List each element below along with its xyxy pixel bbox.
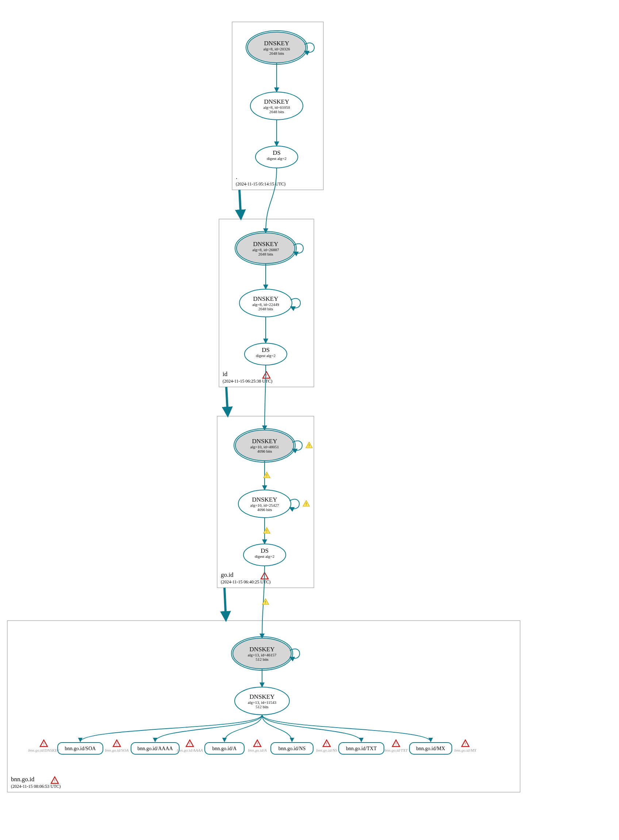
rrset-label: bnn.go.id/MX [416, 746, 445, 751]
node-id_zsk: DNSKEYalg=8, id=224492048 bits [239, 289, 301, 317]
node-detail-1: alg=10, id=25427 [250, 503, 279, 508]
error-icon: ! [462, 740, 469, 747]
error-icon: ! [113, 740, 120, 747]
node-bnn_ksk: DNSKEYalg=13, id=46157512 bits [232, 637, 300, 670]
node-detail-1: alg=8, id=61050 [263, 105, 290, 109]
edge [266, 168, 277, 233]
node-type-label: DNSKEY [264, 98, 289, 105]
node-detail-1: alg=8, id=26887 [253, 247, 279, 252]
node-detail-2: 2048 bits [259, 307, 274, 311]
node-root_zsk: DNSKEYalg=8, id=610502048 bits [250, 92, 303, 120]
error-icon: ! [392, 740, 400, 747]
rrset-label: bnn.go.id/AAAA [137, 746, 173, 751]
rrsig-edge [80, 715, 262, 742]
dnssec-chain-diagram: .(2024-11-15 05:14:15 UTC)id(2024-11-15 … [0, 0, 619, 840]
node-detail-1: digest alg=2 [267, 156, 287, 161]
svg-text:!: ! [266, 373, 267, 378]
zone-timestamp: (2024-11-15 08:06:53 UTC) [11, 784, 61, 789]
node-type-label: DNSKEY [250, 646, 275, 653]
ghost-g_soa: !bnn.go.id/SOA [105, 740, 129, 752]
ghost-g_aaaa: !bnn.go.id/AAAA [176, 740, 203, 752]
svg-text:!: ! [326, 742, 327, 746]
node-id_ds: DSdigest alg=2 [245, 343, 287, 365]
error-icon: ! [40, 740, 48, 747]
svg-text:!: ! [189, 742, 190, 746]
zone-delegation-arrow [226, 387, 228, 415]
warning-icon: ! [303, 500, 310, 506]
zone-timestamp: (2024-11-15 06:40:25 UTC) [221, 579, 271, 584]
svg-text:!: ! [257, 742, 258, 746]
node-type-label: DNSKEY [252, 496, 277, 503]
svg-text:!: ! [265, 600, 266, 605]
node-id_ksk: DNSKEYalg=8, id=268872048 bits [235, 231, 303, 265]
svg-text:!: ! [305, 502, 307, 506]
rrset-rr_aaaa: bnn.go.id/AAAA [131, 743, 179, 754]
svg-text:!: ! [266, 473, 267, 478]
zone-delegation-arrow [224, 588, 226, 620]
node-type-label: DNSKEY [253, 241, 278, 247]
node-detail-2: 4096 bits [257, 449, 272, 454]
node-type-label: DS [262, 346, 270, 353]
node-detail-1: alg=10, id=48051 [250, 445, 279, 449]
rrsig-edge [262, 715, 431, 742]
rrset-rr_soa: bnn.go.id/SOA [58, 743, 103, 754]
rrset-label: bnn.go.id/NS [278, 746, 306, 751]
node-detail-2: 2048 bits [259, 252, 274, 256]
rrset-rr_txt: bnn.go.id/TXT [339, 743, 384, 754]
ghost-g_dnskey: !bnn.go.id/DNSKEY [28, 740, 60, 752]
svg-text:!: ! [43, 742, 44, 746]
rrset-rr_a: bnn.go.id/A [205, 743, 244, 754]
node-detail-1: digest alg=2 [256, 353, 275, 358]
node-detail-2: 2048 bits [269, 109, 284, 114]
svg-text:!: ! [308, 443, 310, 448]
error-icon: ! [323, 740, 330, 747]
rrset-label: bnn.go.id/SOA [65, 746, 96, 751]
node-type-label: DS [260, 547, 269, 554]
warning-icon: ! [306, 442, 312, 448]
svg-text:!: ! [465, 742, 466, 746]
node-detail-1: digest alg=2 [255, 554, 274, 559]
node-bnn_zsk: DNSKEYalg=13, id=11543512 bits [235, 687, 289, 715]
node-detail-2: 512 bits [256, 657, 268, 662]
rrset-label: bnn.go.id/TXT [346, 746, 377, 751]
rrset-label: bnn.go.id/A [212, 746, 237, 751]
node-detail-2: 2048 bits [269, 51, 284, 55]
ghost-rrset-label: bnn.go.id/MX [455, 748, 477, 752]
node-detail-1: alg=13, id=46157 [248, 653, 277, 657]
zone-delegation-arrow [239, 190, 241, 218]
ghost-rrset-label: bnn.go.id/DNSKEY [28, 748, 60, 752]
zone-label: . [236, 174, 237, 180]
ghost-rrset-label: bnn.go.id/TXT [384, 748, 408, 752]
ghost-rrset-label: bnn.go.id/AAAA [176, 748, 203, 752]
ghost-rrset-label: bnn.go.id/A [248, 748, 267, 752]
svg-text:!: ! [266, 529, 267, 533]
rrset-rr_mx: bnn.go.id/MX [410, 743, 452, 754]
ghost-rrset-label: bnn.go.id/SOA [105, 748, 129, 752]
node-type-label: DS [273, 149, 281, 156]
zone-timestamp: (2024-11-15 05:14:15 UTC) [236, 181, 286, 187]
svg-text:!: ! [116, 742, 117, 746]
node-detail-1: alg=8, id=22449 [253, 302, 279, 307]
node-type-label: DNSKEY [250, 693, 275, 700]
node-type-label: DNSKEY [264, 40, 289, 47]
node-root_ksk: DNSKEYalg=8, id=203262048 bits [246, 31, 314, 64]
zone-label: go.id [221, 571, 233, 578]
zone-timestamp: (2024-11-15 06:25:38 UTC) [223, 379, 272, 384]
rrset-rr_ns: bnn.go.id/NS [271, 743, 313, 754]
node-root_ds: DSdigest alg=2 [256, 146, 298, 168]
ghost-rrset-label: bnn.go.id/NS [316, 748, 337, 752]
node-detail-1: alg=8, id=20326 [263, 47, 290, 51]
ghost-g_ns: !bnn.go.id/NS [316, 740, 337, 752]
error-icon: ! [254, 740, 261, 747]
node-go_ds: DSdigest alg=2 [244, 544, 286, 566]
svg-text:!: ! [395, 742, 396, 746]
node-type-label: DNSKEY [253, 295, 278, 302]
svg-text:!: ! [54, 779, 55, 783]
node-go_zsk: DNSKEYalg=10, id=254274096 bits! [238, 490, 310, 518]
node-detail-2: 512 bits [256, 705, 268, 709]
zone-label: id [223, 371, 228, 377]
ghost-g_mx: !bnn.go.id/MX [455, 740, 477, 752]
error-icon: ! [51, 777, 58, 783]
ghost-g_a: !bnn.go.id/A [248, 740, 267, 752]
error-icon: ! [263, 371, 270, 378]
